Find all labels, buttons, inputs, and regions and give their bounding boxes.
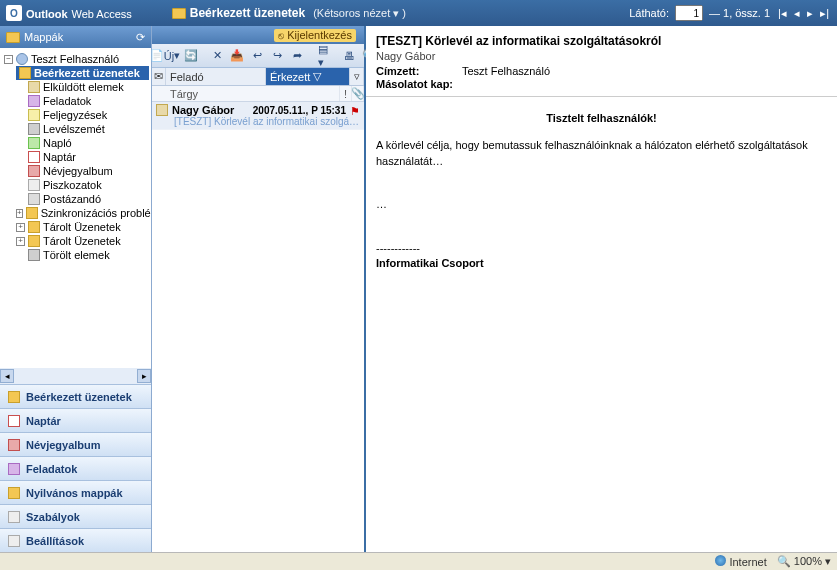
tree-journals[interactable]: Feljegyzések: [16, 108, 149, 122]
tree-calendar[interactable]: Naptár: [16, 150, 149, 164]
col-received[interactable]: Érkezett ▽: [266, 68, 350, 85]
body-ellipsis: …: [376, 197, 827, 212]
journal-icon: [28, 137, 40, 149]
folders-title: Mappák: [24, 31, 63, 43]
flag-icon[interactable]: ⚑: [350, 105, 360, 115]
delete-button[interactable]: ✕: [208, 47, 226, 65]
settings-icon: [8, 535, 20, 547]
nav-tasks[interactable]: Feladatok: [0, 456, 151, 480]
security-zone: Internet: [715, 555, 766, 568]
reply-button[interactable]: ↩: [248, 47, 266, 65]
inbox-icon: [19, 67, 31, 79]
logout-button[interactable]: ⎋ Kijelentkezés: [274, 29, 356, 42]
col-attachment[interactable]: 📎: [352, 86, 364, 101]
preview-pane: [TESZT] Körlevél az informatikai szolgál…: [366, 26, 837, 552]
last-page-icon[interactable]: ▸|: [818, 7, 831, 19]
message-date: 2007.05.11., P 15:31: [253, 105, 346, 116]
move-button[interactable]: 📥: [228, 47, 246, 65]
list-header-row1: ✉ Feladó Érkezett ▽ ▿: [152, 68, 364, 86]
folder-icon: [26, 207, 38, 219]
nav-calendar[interactable]: Naptár: [0, 408, 151, 432]
nav-inbox[interactable]: Beérkezett üzenetek: [0, 384, 151, 408]
user-icon: [16, 53, 28, 65]
print-button[interactable]: 🖶: [340, 47, 358, 65]
scroll-right-icon[interactable]: ▸: [137, 369, 151, 383]
nav-settings[interactable]: Beállítások: [0, 528, 151, 552]
visible-label: Látható:: [629, 7, 669, 19]
message-from: Nagy Gábor: [172, 104, 249, 116]
expand-icon[interactable]: +: [16, 223, 25, 232]
drafts-icon: [28, 179, 40, 191]
tree-stored[interactable]: +Tárolt Üzenetek: [16, 220, 149, 234]
message-item[interactable]: Nagy Gábor 2007.05.11., P 15:31 ⚑ [TESZT…: [152, 102, 364, 130]
logo: O Outlook Web Access: [6, 5, 132, 21]
tree-journal[interactable]: Napló: [16, 136, 149, 150]
outbox-icon: [28, 193, 40, 205]
new-button[interactable]: 📄Új ▾: [156, 47, 174, 65]
preview-subject: [TESZT] Körlevél az informatikai szolgál…: [376, 34, 827, 48]
to-value: Teszt Felhasználó: [462, 65, 550, 77]
prev-page-icon[interactable]: ◂: [792, 7, 802, 19]
tree-inbox[interactable]: Beérkezett üzenetek (1): [16, 66, 149, 80]
preview-body: Tisztelt felhasználók! A körlevél célja,…: [366, 97, 837, 552]
reply-all-button[interactable]: ↪: [268, 47, 286, 65]
tree-junk[interactable]: Levélszemét: [16, 122, 149, 136]
nav-public[interactable]: Nyilvános mappák: [0, 480, 151, 504]
nav-arrows: |◂ ◂ ▸ ▸|: [776, 7, 831, 20]
signature: Informatikai Csoport: [376, 256, 827, 271]
visible-input[interactable]: [675, 5, 703, 21]
inbox-icon: [8, 391, 20, 403]
junk-icon: [28, 123, 40, 135]
title-area: Beérkezett üzenetek (Kétsoros nézet ▾ ): [172, 6, 406, 20]
calendar-icon: [28, 151, 40, 163]
contacts-icon: [8, 439, 20, 451]
nav-bar: Beérkezett üzenetek Naptár Névjegyalbum …: [0, 384, 151, 552]
refresh-button[interactable]: 🔄: [182, 47, 200, 65]
tree-drafts[interactable]: Piszkozatok: [16, 178, 149, 192]
preview-header: [TESZT] Körlevél az informatikai szolgál…: [366, 26, 837, 97]
forward-button[interactable]: ➦: [288, 47, 306, 65]
tree-stored2[interactable]: +Tárolt Üzenetek: [16, 234, 149, 248]
tasks-icon: [28, 95, 40, 107]
body-paragraph: A körlevél célja, hogy bemutassuk felhas…: [376, 138, 827, 169]
tree-sent[interactable]: Elküldött elemek: [16, 80, 149, 94]
list-header-row2: Tárgy ! 📎: [152, 86, 364, 102]
first-page-icon[interactable]: |◂: [776, 7, 789, 19]
expand-icon[interactable]: +: [16, 237, 25, 246]
folder-icon: [172, 8, 186, 19]
col-flag[interactable]: ▿: [350, 68, 364, 85]
logo-icon: O: [6, 5, 22, 21]
mail-icon: [156, 104, 168, 116]
expand-icon[interactable]: +: [16, 209, 23, 218]
folder-icon: [6, 32, 20, 43]
signature-separator: ------------: [376, 241, 827, 256]
nav-contacts[interactable]: Névjegyalbum: [0, 432, 151, 456]
tree-tasks[interactable]: Feladatok: [16, 94, 149, 108]
list-toolbar: 📄Új ▾ 🔄 ✕ 📥 ↩ ↪ ➦ ▤ ▾ 🖶 🔍 ❔ Súgó: [152, 44, 364, 68]
scroll-left-icon[interactable]: ◂: [0, 369, 14, 383]
folder-icon: [28, 235, 40, 247]
logout-bar: ⎋ Kijelentkezés: [152, 26, 364, 44]
tree-deleted[interactable]: Törölt elemek: [16, 248, 149, 262]
preview-from: Nagy Gábor: [376, 50, 827, 62]
view-button[interactable]: ▤ ▾: [314, 47, 332, 65]
folder-icon: [28, 221, 40, 233]
tree-contacts[interactable]: Névjegyalbum: [16, 164, 149, 178]
tree-sync[interactable]: +Szinkronizációs problémák: [16, 206, 149, 220]
nav-rules[interactable]: Szabályok: [0, 504, 151, 528]
sent-icon: [28, 81, 40, 93]
zoom-level[interactable]: 🔍 100% ▾: [777, 555, 831, 568]
tree-root[interactable]: −Teszt Felhasználó: [4, 52, 149, 66]
notes-icon: [28, 109, 40, 121]
refresh-icon[interactable]: ⟳: [136, 31, 145, 44]
col-icon[interactable]: ✉: [152, 68, 166, 85]
message-subject: [TESZT] Körlevél az informatikai szolgál…: [156, 116, 360, 127]
next-page-icon[interactable]: ▸: [805, 7, 815, 19]
folder-icon: [8, 487, 20, 499]
view-selector[interactable]: (Kétsoros nézet ▾ ): [313, 7, 406, 20]
collapse-icon[interactable]: −: [4, 55, 13, 64]
message-list-column: ⎋ Kijelentkezés 📄Új ▾ 🔄 ✕ 📥 ↩ ↪ ➦ ▤ ▾ 🖶 …: [152, 26, 366, 552]
col-from[interactable]: Feladó: [166, 68, 266, 85]
col-subject[interactable]: Tárgy: [152, 86, 340, 101]
tree-outbox[interactable]: Postázandó: [16, 192, 149, 206]
